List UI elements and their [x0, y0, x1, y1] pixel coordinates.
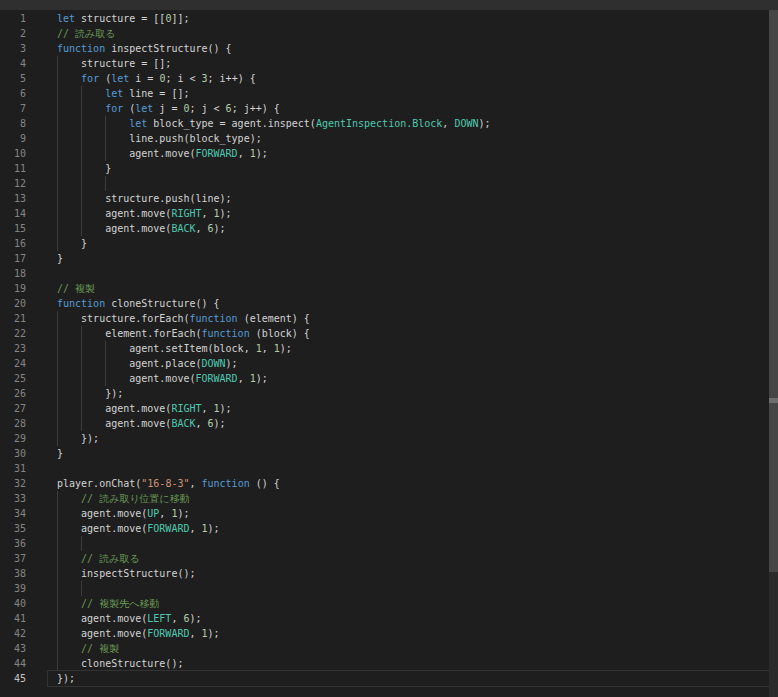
- code-line-content[interactable]: });: [57, 431, 769, 446]
- scrollbar-thumb[interactable]: [769, 10, 778, 572]
- code-line[interactable]: 13 structure.push(line);: [0, 191, 769, 206]
- code-line-content[interactable]: agent.move(BACK, 6);: [57, 221, 769, 236]
- code-line[interactable]: 14 agent.move(RIGHT, 1);: [0, 206, 769, 221]
- code-line-content[interactable]: // 読み取り位置に移動: [57, 491, 769, 506]
- indent-guide: [57, 506, 58, 521]
- code-line-content[interactable]: cloneStructure();: [57, 656, 769, 671]
- vertical-scrollbar[interactable]: [769, 10, 778, 697]
- code-line[interactable]: 21 structure.forEach(function (element) …: [0, 311, 769, 326]
- code-line[interactable]: 32player.onChat("16-8-3", function () {: [0, 476, 769, 491]
- code-line-content[interactable]: element.forEach(function (block) {: [57, 326, 769, 341]
- line-number: 3: [0, 41, 26, 56]
- code-line[interactable]: 20function cloneStructure() {: [0, 296, 769, 311]
- code-line[interactable]: 1let structure = [[0]];: [0, 11, 769, 26]
- code-line-content[interactable]: let structure = [[0]];: [57, 11, 769, 26]
- code-line[interactable]: 36: [0, 536, 769, 551]
- code-line[interactable]: 38 inspectStructure();: [0, 566, 769, 581]
- code-line-content[interactable]: [57, 536, 769, 551]
- code-line-content[interactable]: structure = [];: [57, 56, 769, 71]
- code-line[interactable]: 24 agent.place(DOWN);: [0, 356, 769, 371]
- code-line-content[interactable]: agent.move(LEFT, 6);: [57, 611, 769, 626]
- code-line[interactable]: 41 agent.move(LEFT, 6);: [0, 611, 769, 626]
- code-line-content[interactable]: });: [57, 671, 769, 686]
- indent-guide: [57, 491, 58, 506]
- code-line[interactable]: 2// 読み取る: [0, 26, 769, 41]
- code-line-content[interactable]: agent.place(DOWN);: [57, 356, 769, 371]
- code-line[interactable]: 40 // 複製先へ移動: [0, 596, 769, 611]
- code-line[interactable]: 45});: [0, 671, 769, 686]
- code-line-content[interactable]: agent.move(FORWARD, 1);: [57, 521, 769, 536]
- code-line[interactable]: 18: [0, 266, 769, 281]
- code-line[interactable]: 11 }: [0, 161, 769, 176]
- code-line-content[interactable]: for (let j = 0; j < 6; j++) {: [57, 101, 769, 116]
- code-line-content[interactable]: let block_type = agent.inspect(AgentInsp…: [57, 116, 769, 131]
- code-line[interactable]: 6 let line = [];: [0, 86, 769, 101]
- code-line[interactable]: 10 agent.move(FORWARD, 1);: [0, 146, 769, 161]
- code-line-content[interactable]: // 複製: [57, 281, 769, 296]
- code-line[interactable]: 12: [0, 176, 769, 191]
- code-line-content[interactable]: });: [57, 386, 769, 401]
- code-line-content[interactable]: // 複製先へ移動: [57, 596, 769, 611]
- code-line[interactable]: 44 cloneStructure();: [0, 656, 769, 671]
- code-line-content[interactable]: agent.move(FORWARD, 1);: [57, 371, 769, 386]
- code-line[interactable]: 29 });: [0, 431, 769, 446]
- code-line[interactable]: 43 // 複製: [0, 641, 769, 656]
- code-line-content[interactable]: structure.forEach(function (element) {: [57, 311, 769, 326]
- code-line-content[interactable]: [57, 461, 769, 476]
- code-line[interactable]: 25 agent.move(FORWARD, 1);: [0, 371, 769, 386]
- code-comment: // 複製先へ移動: [81, 598, 159, 609]
- code-line-content[interactable]: function cloneStructure() {: [57, 296, 769, 311]
- code-line-content[interactable]: }: [57, 446, 769, 461]
- code-line[interactable]: 15 agent.move(BACK, 6);: [0, 221, 769, 236]
- code-line-content[interactable]: agent.move(FORWARD, 1);: [57, 626, 769, 641]
- code-line[interactable]: 31: [0, 461, 769, 476]
- code-line-content[interactable]: structure.push(line);: [57, 191, 769, 206]
- code-token: );: [256, 373, 268, 384]
- code-line[interactable]: 9 line.push(block_type);: [0, 131, 769, 146]
- code-line-content[interactable]: [57, 581, 769, 596]
- code-line[interactable]: 37 // 読み取る: [0, 551, 769, 566]
- code-line[interactable]: 33 // 読み取り位置に移動: [0, 491, 769, 506]
- code-line[interactable]: 26 });: [0, 386, 769, 401]
- code-line[interactable]: 27 agent.move(RIGHT, 1);: [0, 401, 769, 416]
- code-line[interactable]: 34 agent.move(UP, 1);: [0, 506, 769, 521]
- code-line[interactable]: 19// 複製: [0, 281, 769, 296]
- line-number: 4: [0, 56, 26, 71]
- code-line-content[interactable]: function inspectStructure() {: [57, 41, 769, 56]
- code-line[interactable]: 42 agent.move(FORWARD, 1);: [0, 626, 769, 641]
- code-line-content[interactable]: agent.move(RIGHT, 1);: [57, 401, 769, 416]
- code-line[interactable]: 17}: [0, 251, 769, 266]
- code-line-content[interactable]: [57, 176, 769, 191]
- code-line-content[interactable]: line.push(block_type);: [57, 131, 769, 146]
- code-line[interactable]: 8 let block_type = agent.inspect(AgentIn…: [0, 116, 769, 131]
- code-line-content[interactable]: agent.move(FORWARD, 1);: [57, 146, 769, 161]
- code-line[interactable]: 35 agent.move(FORWARD, 1);: [0, 521, 769, 536]
- code-line-content[interactable]: // 読み取る: [57, 551, 769, 566]
- code-line-content[interactable]: // 読み取る: [57, 26, 769, 41]
- code-line[interactable]: 39: [0, 581, 769, 596]
- line-number: 2: [0, 26, 26, 41]
- code-line[interactable]: 23 agent.setItem(block, 1, 1);: [0, 341, 769, 356]
- code-line-content[interactable]: [57, 266, 769, 281]
- code-line[interactable]: 5 for (let i = 0; i < 3; i++) {: [0, 71, 769, 86]
- code-line[interactable]: 28 agent.move(BACK, 6);: [0, 416, 769, 431]
- code-line-content[interactable]: inspectStructure();: [57, 566, 769, 581]
- code-line-content[interactable]: agent.setItem(block, 1, 1);: [57, 341, 769, 356]
- code-line-content[interactable]: }: [57, 251, 769, 266]
- code-line-content[interactable]: agent.move(UP, 1);: [57, 506, 769, 521]
- monaco-editor[interactable]: 1let structure = [[0]];2// 読み取る3function…: [0, 10, 778, 697]
- code-line[interactable]: 22 element.forEach(function (block) {: [0, 326, 769, 341]
- code-line[interactable]: 16 }: [0, 236, 769, 251]
- code-line-content[interactable]: player.onChat("16-8-3", function () {: [57, 476, 769, 491]
- code-line[interactable]: 30}: [0, 446, 769, 461]
- code-line[interactable]: 4 structure = [];: [0, 56, 769, 71]
- code-line-content[interactable]: agent.move(BACK, 6);: [57, 416, 769, 431]
- code-line-content[interactable]: agent.move(RIGHT, 1);: [57, 206, 769, 221]
- code-line[interactable]: 7 for (let j = 0; j < 6; j++) {: [0, 101, 769, 116]
- code-line-content[interactable]: let line = [];: [57, 86, 769, 101]
- code-line-content[interactable]: for (let i = 0; i < 3; i++) {: [57, 71, 769, 86]
- code-line-content[interactable]: }: [57, 236, 769, 251]
- code-line-content[interactable]: }: [57, 161, 769, 176]
- code-line[interactable]: 3function inspectStructure() {: [0, 41, 769, 56]
- code-line-content[interactable]: // 複製: [57, 641, 769, 656]
